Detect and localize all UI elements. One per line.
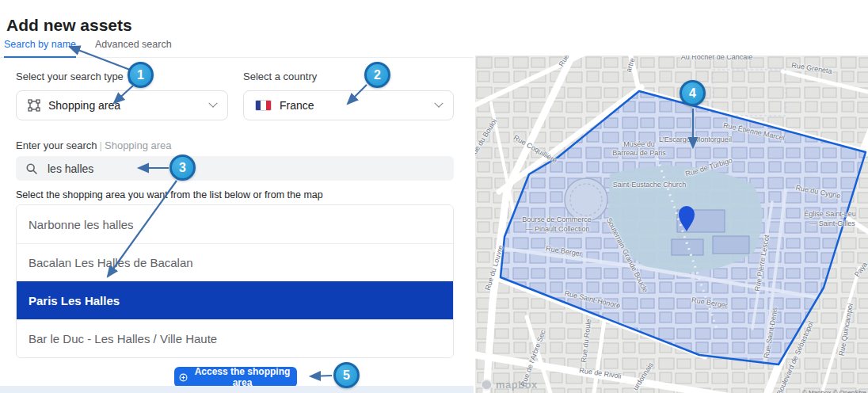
map-attribution[interactable]: © Mapbox © OpenStre	[802, 389, 866, 393]
map-poi-label: Au Rocher de Cancale	[681, 55, 753, 61]
search-field-context: Shopping area	[105, 139, 172, 151]
map-poi-label: Bourse de Commerce	[522, 216, 592, 223]
access-button-label: Access the shopping area	[192, 366, 292, 388]
list-item[interactable]: Narbonne les halles	[17, 205, 453, 243]
map-poi-label: Barreau de Paris	[612, 149, 666, 157]
label-separator: |	[97, 139, 105, 151]
map-poi-label: — Pinault Collection	[525, 225, 589, 233]
country-label: Select a country	[243, 71, 317, 82]
map-canvas[interactable]: Rue du Bouloi Rue Coquillière Musée du B…	[475, 55, 868, 393]
search-type-label-text: Select your search type	[16, 71, 124, 82]
tab-search-by-name[interactable]: Search by name	[4, 33, 76, 58]
annotation-step-4: 4	[680, 80, 706, 106]
map-poi-label: Saint-Eustache Church	[613, 181, 687, 189]
access-shopping-area-button[interactable]: Access the shopping area	[174, 367, 297, 387]
search-box	[16, 156, 454, 181]
france-flag-icon	[255, 100, 272, 111]
search-type-select[interactable]: Shopping area	[16, 90, 228, 120]
country-select[interactable]: France	[243, 90, 454, 120]
search-icon	[25, 162, 38, 175]
tab-advanced-search[interactable]: Advanced search	[95, 33, 172, 57]
map-poi-label: L'Escargot Montorgueil	[659, 135, 732, 143]
page-title: Add new assets	[6, 16, 132, 35]
chevron-down-icon	[434, 99, 443, 108]
shopping-area-icon	[28, 99, 40, 112]
add-new-assets-page: { "page": { "title": "Add new assets" },…	[0, 0, 868, 393]
country-value: France	[280, 99, 314, 112]
search-type-label: Select your search type?	[16, 71, 139, 85]
results-hint: Select the shopping area you want from t…	[16, 189, 323, 200]
results-list: Narbonne les halles Bacalan Les Halles d…	[16, 204, 454, 358]
circle-plus-icon	[179, 372, 188, 383]
list-item[interactable]: Bacalan Les Halles de Bacalan	[17, 243, 453, 281]
mapbox-logo[interactable]: mapbox	[481, 379, 538, 391]
list-item-selected[interactable]: Paris Les Halles	[17, 281, 453, 319]
map-poi-label: — Saint-Gilles	[809, 219, 855, 227]
annotation-step-2: 2	[364, 62, 390, 88]
mapbox-logo-icon	[481, 379, 493, 391]
bottom-strip	[0, 386, 474, 393]
search-field-label-text: Enter your search	[16, 139, 97, 151]
mapbox-logo-text: mapbox	[496, 379, 538, 391]
chevron-down-icon	[208, 99, 217, 108]
search-input[interactable]	[46, 162, 363, 176]
search-type-value: Shopping area	[48, 99, 120, 112]
map-poi-label: Musée du	[623, 140, 655, 148]
list-item[interactable]: Bar le Duc - Les Halles / Ville Haute	[17, 319, 453, 357]
tab-bar: Search by name Advanced search	[0, 33, 474, 58]
annotation-step-3: 3	[169, 155, 196, 181]
annotation-step-5: 5	[333, 362, 360, 388]
map-poi-label: Église Saint-Leu	[804, 210, 856, 218]
search-field-label: Enter your search|Shopping area	[16, 139, 172, 151]
annotation-step-1: 1	[128, 62, 154, 88]
